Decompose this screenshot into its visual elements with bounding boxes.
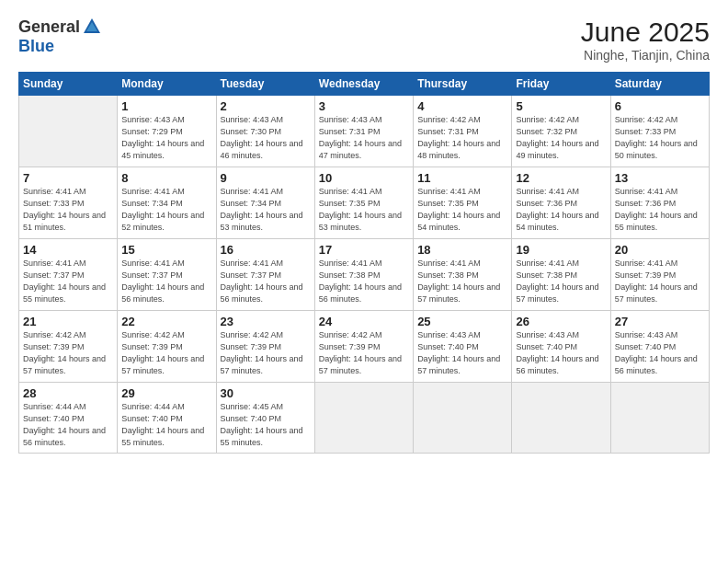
day-info: Sunrise: 4:42 AMSunset: 7:39 PMDaylight:… xyxy=(221,329,311,377)
header: General Blue June 2025 Ninghe, Tianjin, … xyxy=(18,17,710,63)
calendar-cell xyxy=(314,383,413,454)
day-number: 20 xyxy=(615,243,705,257)
calendar-cell: 30Sunrise: 4:45 AMSunset: 7:40 PMDayligh… xyxy=(216,383,314,454)
day-info: Sunrise: 4:45 AMSunset: 7:40 PMDaylight:… xyxy=(221,401,311,449)
day-info: Sunrise: 4:41 AMSunset: 7:34 PMDaylight:… xyxy=(121,186,211,234)
calendar-cell: 18Sunrise: 4:41 AMSunset: 7:38 PMDayligh… xyxy=(414,239,512,311)
calendar-cell: 17Sunrise: 4:41 AMSunset: 7:38 PMDayligh… xyxy=(314,239,413,311)
day-info: Sunrise: 4:42 AMSunset: 7:33 PMDaylight:… xyxy=(615,114,705,162)
day-info: Sunrise: 4:41 AMSunset: 7:37 PMDaylight:… xyxy=(23,258,113,305)
calendar-cell: 1Sunrise: 4:43 AMSunset: 7:29 PMDaylight… xyxy=(118,96,216,167)
day-number: 3 xyxy=(319,99,409,113)
day-info: Sunrise: 4:41 AMSunset: 7:38 PMDaylight:… xyxy=(516,258,606,305)
calendar-cell: 4Sunrise: 4:42 AMSunset: 7:31 PMDaylight… xyxy=(414,96,512,167)
day-number: 26 xyxy=(516,315,606,328)
day-number: 4 xyxy=(417,99,507,113)
calendar-cell: 5Sunrise: 4:42 AMSunset: 7:32 PMDaylight… xyxy=(512,96,610,167)
header-row: SundayMondayTuesdayWednesdayThursdayFrid… xyxy=(19,73,710,96)
day-number: 30 xyxy=(221,386,311,400)
day-number: 17 xyxy=(319,243,409,257)
calendar-cell xyxy=(610,383,709,454)
day-info: Sunrise: 4:43 AMSunset: 7:29 PMDaylight:… xyxy=(121,114,211,162)
day-number: 13 xyxy=(615,171,705,185)
calendar-cell: 13Sunrise: 4:41 AMSunset: 7:36 PMDayligh… xyxy=(610,167,709,239)
day-info: Sunrise: 4:41 AMSunset: 7:36 PMDaylight:… xyxy=(516,186,606,234)
day-info: Sunrise: 4:44 AMSunset: 7:40 PMDaylight:… xyxy=(23,401,113,449)
month-year: June 2025 xyxy=(581,17,710,48)
day-info: Sunrise: 4:43 AMSunset: 7:40 PMDaylight:… xyxy=(417,329,507,377)
day-number: 29 xyxy=(121,386,211,400)
day-info: Sunrise: 4:43 AMSunset: 7:30 PMDaylight:… xyxy=(221,114,311,162)
col-header-friday: Friday xyxy=(512,73,610,96)
calendar-cell xyxy=(512,383,610,454)
calendar-cell: 11Sunrise: 4:41 AMSunset: 7:35 PMDayligh… xyxy=(414,167,512,239)
day-number: 27 xyxy=(615,315,705,328)
day-info: Sunrise: 4:42 AMSunset: 7:39 PMDaylight:… xyxy=(121,329,211,377)
day-number: 8 xyxy=(121,171,211,185)
col-header-monday: Monday xyxy=(118,73,216,96)
day-info: Sunrise: 4:41 AMSunset: 7:39 PMDaylight:… xyxy=(615,258,705,305)
day-info: Sunrise: 4:41 AMSunset: 7:38 PMDaylight:… xyxy=(417,258,507,305)
calendar-cell: 9Sunrise: 4:41 AMSunset: 7:34 PMDaylight… xyxy=(216,167,314,239)
calendar-cell: 7Sunrise: 4:41 AMSunset: 7:33 PMDaylight… xyxy=(19,167,118,239)
logo-blue-text: Blue xyxy=(18,37,54,56)
calendar-cell: 25Sunrise: 4:43 AMSunset: 7:40 PMDayligh… xyxy=(414,311,512,383)
logo-general-text: General xyxy=(18,17,80,37)
day-number: 7 xyxy=(23,171,113,185)
title-block: June 2025 Ninghe, Tianjin, China xyxy=(581,17,710,63)
calendar-cell: 15Sunrise: 4:41 AMSunset: 7:37 PMDayligh… xyxy=(118,239,216,311)
day-number: 16 xyxy=(221,243,311,257)
col-header-tuesday: Tuesday xyxy=(216,73,314,96)
day-number: 23 xyxy=(221,315,311,328)
day-number: 2 xyxy=(221,99,311,113)
day-number: 22 xyxy=(121,315,211,328)
col-header-saturday: Saturday xyxy=(610,73,709,96)
day-info: Sunrise: 4:42 AMSunset: 7:39 PMDaylight:… xyxy=(319,329,409,377)
location: Ninghe, Tianjin, China xyxy=(581,48,710,63)
day-number: 11 xyxy=(417,171,507,185)
day-info: Sunrise: 4:41 AMSunset: 7:37 PMDaylight:… xyxy=(221,258,311,305)
day-number: 9 xyxy=(221,171,311,185)
logo: General Blue xyxy=(18,17,102,56)
day-number: 12 xyxy=(516,171,606,185)
day-info: Sunrise: 4:41 AMSunset: 7:38 PMDaylight:… xyxy=(319,258,409,305)
day-number: 15 xyxy=(121,243,211,257)
calendar-cell: 6Sunrise: 4:42 AMSunset: 7:33 PMDaylight… xyxy=(610,96,709,167)
calendar-cell: 2Sunrise: 4:43 AMSunset: 7:30 PMDaylight… xyxy=(216,96,314,167)
day-info: Sunrise: 4:43 AMSunset: 7:40 PMDaylight:… xyxy=(516,329,606,377)
calendar-cell: 27Sunrise: 4:43 AMSunset: 7:40 PMDayligh… xyxy=(610,311,709,383)
calendar-cell: 21Sunrise: 4:42 AMSunset: 7:39 PMDayligh… xyxy=(19,311,118,383)
calendar-cell xyxy=(19,96,118,167)
col-header-sunday: Sunday xyxy=(19,73,118,96)
col-header-thursday: Thursday xyxy=(414,73,512,96)
day-number: 28 xyxy=(23,386,113,400)
day-info: Sunrise: 4:41 AMSunset: 7:34 PMDaylight:… xyxy=(221,186,311,234)
day-info: Sunrise: 4:41 AMSunset: 7:33 PMDaylight:… xyxy=(23,186,113,234)
calendar-cell: 28Sunrise: 4:44 AMSunset: 7:40 PMDayligh… xyxy=(19,383,118,454)
calendar-cell: 26Sunrise: 4:43 AMSunset: 7:40 PMDayligh… xyxy=(512,311,610,383)
calendar-cell: 3Sunrise: 4:43 AMSunset: 7:31 PMDaylight… xyxy=(314,96,413,167)
day-info: Sunrise: 4:44 AMSunset: 7:40 PMDaylight:… xyxy=(121,401,211,449)
calendar-cell xyxy=(414,383,512,454)
day-info: Sunrise: 4:41 AMSunset: 7:36 PMDaylight:… xyxy=(615,186,705,234)
week-row-2: 14Sunrise: 4:41 AMSunset: 7:37 PMDayligh… xyxy=(19,239,710,311)
day-number: 21 xyxy=(23,315,113,328)
calendar-cell: 16Sunrise: 4:41 AMSunset: 7:37 PMDayligh… xyxy=(216,239,314,311)
day-info: Sunrise: 4:41 AMSunset: 7:37 PMDaylight:… xyxy=(121,258,211,305)
calendar-cell: 12Sunrise: 4:41 AMSunset: 7:36 PMDayligh… xyxy=(512,167,610,239)
week-row-4: 28Sunrise: 4:44 AMSunset: 7:40 PMDayligh… xyxy=(19,383,710,454)
day-number: 6 xyxy=(615,99,705,113)
day-number: 18 xyxy=(417,243,507,257)
week-row-1: 7Sunrise: 4:41 AMSunset: 7:33 PMDaylight… xyxy=(19,167,710,239)
calendar-cell: 29Sunrise: 4:44 AMSunset: 7:40 PMDayligh… xyxy=(118,383,216,454)
day-info: Sunrise: 4:41 AMSunset: 7:35 PMDaylight:… xyxy=(319,186,409,234)
page: General Blue June 2025 Ninghe, Tianjin, … xyxy=(0,0,728,563)
day-number: 10 xyxy=(319,171,409,185)
day-info: Sunrise: 4:43 AMSunset: 7:31 PMDaylight:… xyxy=(319,114,409,162)
day-number: 14 xyxy=(23,243,113,257)
day-number: 25 xyxy=(417,315,507,328)
calendar-cell: 10Sunrise: 4:41 AMSunset: 7:35 PMDayligh… xyxy=(314,167,413,239)
day-info: Sunrise: 4:42 AMSunset: 7:39 PMDaylight:… xyxy=(23,329,113,377)
calendar-cell: 8Sunrise: 4:41 AMSunset: 7:34 PMDaylight… xyxy=(118,167,216,239)
day-info: Sunrise: 4:42 AMSunset: 7:31 PMDaylight:… xyxy=(417,114,507,162)
